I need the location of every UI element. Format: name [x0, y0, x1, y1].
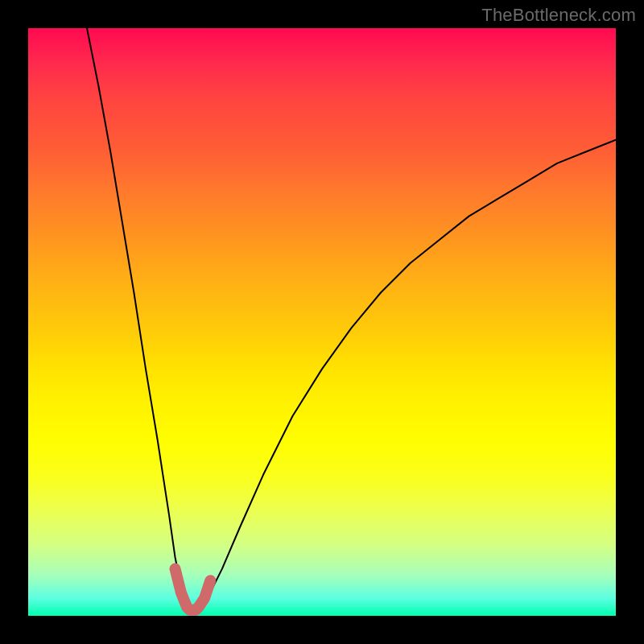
minimum-highlight [175, 569, 211, 610]
chart-frame: TheBottleneck.com [0, 0, 644, 644]
bottleneck-curve [87, 28, 616, 610]
watermark-text: TheBottleneck.com [481, 5, 636, 26]
plot-area [28, 28, 616, 616]
curve-svg [28, 28, 616, 616]
